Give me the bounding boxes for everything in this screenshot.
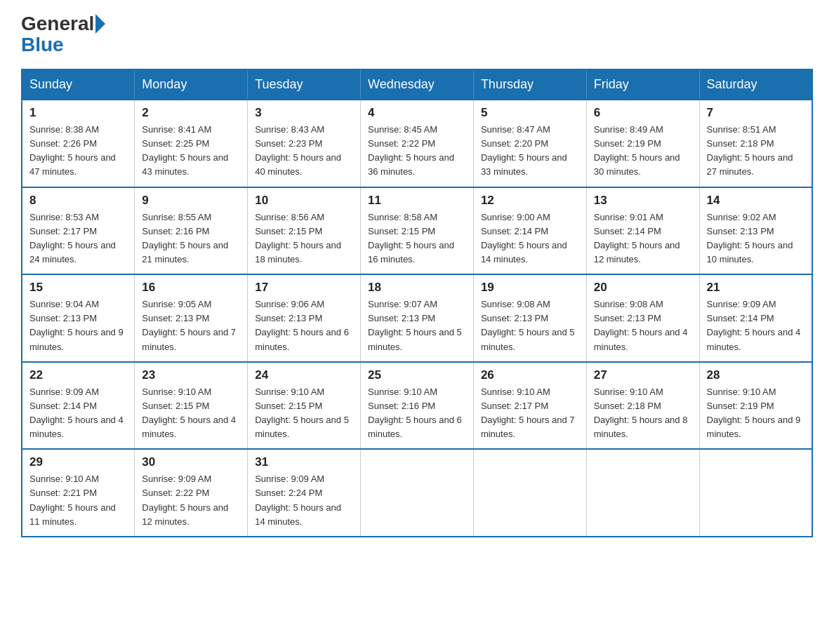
calendar-cell: 27 Sunrise: 9:10 AMSunset: 2:18 PMDaylig… [586, 362, 699, 450]
calendar-cell: 7 Sunrise: 8:51 AMSunset: 2:18 PMDayligh… [699, 100, 812, 187]
weekday-header-wednesday: Wednesday [361, 69, 474, 100]
weekday-header-thursday: Thursday [473, 69, 586, 100]
calendar-cell: 16 Sunrise: 9:05 AMSunset: 2:13 PMDaylig… [135, 274, 248, 362]
day-number: 7 [707, 106, 805, 120]
day-number: 26 [481, 368, 579, 382]
calendar-cell [699, 449, 812, 537]
day-number: 5 [481, 106, 579, 120]
calendar-cell: 21 Sunrise: 9:09 AMSunset: 2:14 PMDaylig… [699, 274, 812, 362]
logo: General Blue [21, 14, 107, 56]
day-number: 29 [29, 455, 127, 469]
day-number: 11 [368, 194, 466, 208]
calendar-table: SundayMondayTuesdayWednesdayThursdayFrid… [21, 69, 813, 537]
calendar-week-row: 15 Sunrise: 9:04 AMSunset: 2:13 PMDaylig… [22, 274, 812, 362]
calendar-cell: 2 Sunrise: 8:41 AMSunset: 2:25 PMDayligh… [135, 100, 248, 187]
day-number: 18 [368, 281, 466, 295]
calendar-cell [586, 449, 699, 537]
day-info: Sunrise: 9:07 AMSunset: 2:13 PMDaylight:… [368, 299, 462, 351]
day-number: 24 [255, 368, 353, 382]
calendar-week-row: 22 Sunrise: 9:09 AMSunset: 2:14 PMDaylig… [22, 362, 812, 450]
day-info: Sunrise: 9:05 AMSunset: 2:13 PMDaylight:… [142, 299, 236, 351]
calendar-week-row: 29 Sunrise: 9:10 AMSunset: 2:21 PMDaylig… [22, 449, 812, 537]
calendar-cell: 29 Sunrise: 9:10 AMSunset: 2:21 PMDaylig… [22, 449, 135, 537]
day-number: 21 [707, 281, 805, 295]
calendar-cell: 13 Sunrise: 9:01 AMSunset: 2:14 PMDaylig… [586, 187, 699, 275]
calendar-cell: 9 Sunrise: 8:55 AMSunset: 2:16 PMDayligh… [135, 187, 248, 275]
weekday-header-friday: Friday [586, 69, 699, 100]
day-number: 25 [368, 368, 466, 382]
weekday-header-monday: Monday [135, 69, 248, 100]
calendar-cell: 14 Sunrise: 9:02 AMSunset: 2:13 PMDaylig… [699, 187, 812, 275]
day-number: 19 [481, 281, 579, 295]
day-info: Sunrise: 8:43 AMSunset: 2:23 PMDaylight:… [255, 124, 341, 177]
day-info: Sunrise: 8:56 AMSunset: 2:15 PMDaylight:… [255, 212, 341, 264]
day-info: Sunrise: 9:09 AMSunset: 2:24 PMDaylight:… [255, 474, 341, 526]
day-info: Sunrise: 9:09 AMSunset: 2:14 PMDaylight:… [29, 387, 124, 439]
day-info: Sunrise: 9:08 AMSunset: 2:13 PMDaylight:… [481, 299, 575, 351]
calendar-cell: 20 Sunrise: 9:08 AMSunset: 2:13 PMDaylig… [586, 274, 699, 362]
day-number: 31 [255, 455, 353, 469]
logo-blue-text: Blue [21, 34, 64, 56]
day-info: Sunrise: 8:38 AMSunset: 2:26 PMDaylight:… [29, 124, 116, 177]
day-number: 27 [594, 368, 692, 382]
day-number: 8 [29, 194, 127, 208]
day-info: Sunrise: 8:51 AMSunset: 2:18 PMDaylight:… [707, 124, 793, 177]
day-number: 4 [368, 106, 466, 120]
day-info: Sunrise: 9:09 AMSunset: 2:14 PMDaylight:… [707, 299, 801, 351]
logo-general-text: General [21, 14, 94, 34]
day-info: Sunrise: 9:10 AMSunset: 2:15 PMDaylight:… [255, 387, 349, 439]
day-info: Sunrise: 9:10 AMSunset: 2:15 PMDaylight:… [142, 387, 236, 439]
logo-arrow-icon [95, 14, 105, 34]
calendar-cell: 10 Sunrise: 8:56 AMSunset: 2:15 PMDaylig… [248, 187, 361, 275]
calendar-cell: 8 Sunrise: 8:53 AMSunset: 2:17 PMDayligh… [22, 187, 135, 275]
day-info: Sunrise: 8:49 AMSunset: 2:19 PMDaylight:… [594, 124, 680, 177]
day-info: Sunrise: 8:41 AMSunset: 2:25 PMDaylight:… [142, 124, 228, 177]
calendar-cell: 11 Sunrise: 8:58 AMSunset: 2:15 PMDaylig… [361, 187, 474, 275]
calendar-cell: 6 Sunrise: 8:49 AMSunset: 2:19 PMDayligh… [586, 100, 699, 187]
day-number: 2 [142, 106, 240, 120]
day-info: Sunrise: 9:10 AMSunset: 2:18 PMDaylight:… [594, 387, 688, 439]
weekday-header-sunday: Sunday [22, 69, 135, 100]
calendar-cell: 30 Sunrise: 9:09 AMSunset: 2:22 PMDaylig… [135, 449, 248, 537]
day-info: Sunrise: 8:55 AMSunset: 2:16 PMDaylight:… [142, 212, 228, 264]
day-number: 20 [594, 281, 692, 295]
day-info: Sunrise: 9:10 AMSunset: 2:21 PMDaylight:… [29, 474, 116, 526]
calendar-cell: 26 Sunrise: 9:10 AMSunset: 2:17 PMDaylig… [473, 362, 586, 450]
calendar-cell: 4 Sunrise: 8:45 AMSunset: 2:22 PMDayligh… [361, 100, 474, 187]
day-number: 14 [707, 194, 805, 208]
day-number: 1 [29, 106, 127, 120]
day-number: 17 [255, 281, 353, 295]
day-info: Sunrise: 9:10 AMSunset: 2:16 PMDaylight:… [368, 387, 462, 439]
calendar-cell [361, 449, 474, 537]
day-info: Sunrise: 9:06 AMSunset: 2:13 PMDaylight:… [255, 299, 349, 351]
day-number: 13 [594, 194, 692, 208]
day-number: 6 [594, 106, 692, 120]
calendar-cell: 28 Sunrise: 9:10 AMSunset: 2:19 PMDaylig… [699, 362, 812, 450]
calendar-cell: 1 Sunrise: 8:38 AMSunset: 2:26 PMDayligh… [22, 100, 135, 187]
day-number: 30 [142, 455, 240, 469]
calendar-cell: 17 Sunrise: 9:06 AMSunset: 2:13 PMDaylig… [248, 274, 361, 362]
day-number: 28 [707, 368, 805, 382]
day-info: Sunrise: 8:53 AMSunset: 2:17 PMDaylight:… [29, 212, 116, 264]
weekday-header-saturday: Saturday [699, 69, 812, 100]
page-header: General Blue [21, 14, 813, 56]
calendar-week-row: 8 Sunrise: 8:53 AMSunset: 2:17 PMDayligh… [22, 187, 812, 275]
weekday-header-tuesday: Tuesday [248, 69, 361, 100]
day-info: Sunrise: 8:58 AMSunset: 2:15 PMDaylight:… [368, 212, 454, 264]
calendar-cell: 18 Sunrise: 9:07 AMSunset: 2:13 PMDaylig… [361, 274, 474, 362]
calendar-cell [473, 449, 586, 537]
day-info: Sunrise: 9:09 AMSunset: 2:22 PMDaylight:… [142, 474, 228, 526]
calendar-cell: 3 Sunrise: 8:43 AMSunset: 2:23 PMDayligh… [248, 100, 361, 187]
day-number: 22 [29, 368, 127, 382]
calendar-week-row: 1 Sunrise: 8:38 AMSunset: 2:26 PMDayligh… [22, 100, 812, 187]
day-number: 16 [142, 281, 240, 295]
day-info: Sunrise: 9:08 AMSunset: 2:13 PMDaylight:… [594, 299, 688, 351]
weekday-header-row: SundayMondayTuesdayWednesdayThursdayFrid… [22, 69, 812, 100]
day-info: Sunrise: 8:45 AMSunset: 2:22 PMDaylight:… [368, 124, 454, 177]
calendar-cell: 22 Sunrise: 9:09 AMSunset: 2:14 PMDaylig… [22, 362, 135, 450]
day-info: Sunrise: 9:10 AMSunset: 2:19 PMDaylight:… [707, 387, 801, 439]
calendar-cell: 15 Sunrise: 9:04 AMSunset: 2:13 PMDaylig… [22, 274, 135, 362]
day-info: Sunrise: 9:04 AMSunset: 2:13 PMDaylight:… [29, 299, 124, 351]
calendar-cell: 5 Sunrise: 8:47 AMSunset: 2:20 PMDayligh… [473, 100, 586, 187]
day-info: Sunrise: 9:01 AMSunset: 2:14 PMDaylight:… [594, 212, 680, 264]
